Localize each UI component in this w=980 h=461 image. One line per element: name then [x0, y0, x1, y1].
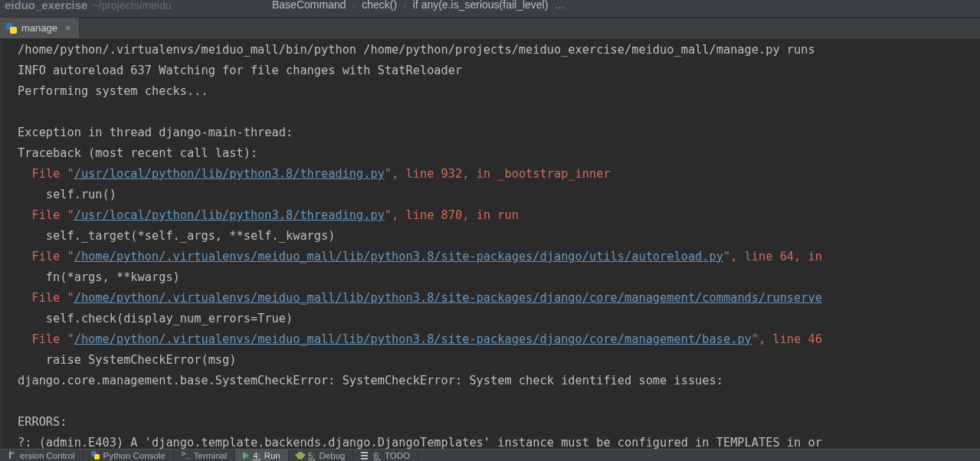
- terminal-icon: [182, 451, 190, 459]
- tool-prefix: 4:: [253, 451, 261, 460]
- run-tab-bar: manage ×: [0, 18, 980, 38]
- traceback-link[interactable]: /usr/local/python/lib/python3.8/threadin…: [74, 208, 385, 222]
- traceback-link[interactable]: /home/python/.virtualenvs/meiduo_mall/li…: [74, 250, 723, 263]
- console-line: Performing system checks...: [18, 81, 980, 102]
- traceback-link[interactable]: /usr/local/python/lib/python3.8/threadin…: [74, 167, 385, 181]
- console-line: File "/usr/local/python/lib/python3.8/th…: [18, 164, 980, 185]
- crumb-class[interactable]: BaseCommand: [272, 0, 346, 11]
- console-line: ?: (admin.E403) A 'django.template.backe…: [18, 433, 980, 449]
- python-icon: [91, 451, 100, 459]
- crumb-statement[interactable]: if any(e.is_serious(fail_level): [413, 0, 549, 11]
- console-line: File "/usr/local/python/lib/python3.8/th…: [18, 205, 980, 226]
- tool-window-bar: ersion Control Python Console Terminal 4…: [0, 449, 980, 461]
- console-line: self._target(*self._args, **self._kwargs…: [18, 226, 980, 247]
- tool-version-control[interactable]: ersion Control: [0, 450, 84, 461]
- tool-label: Debug: [320, 451, 346, 460]
- traceback-link[interactable]: /home/python/.virtualenvs/meiduo_mall/li…: [74, 291, 822, 305]
- list-icon: [361, 451, 369, 459]
- console-output[interactable]: /home/python/.virtualenvs/meiduo_mall/bi…: [18, 38, 980, 449]
- tool-label: Python Console: [103, 451, 166, 460]
- tool-label: ersion Control: [20, 451, 75, 460]
- tool-label: Run: [264, 451, 280, 460]
- chevron-right-icon: ›: [403, 0, 407, 11]
- console-line: django.core.management.base.SystemCheckE…: [18, 371, 980, 391]
- console-line: File "/home/python/.virtualenvs/meiduo_m…: [18, 247, 980, 267]
- traceback-link[interactable]: /home/python/.virtualenvs/meiduo_mall/li…: [74, 332, 752, 346]
- tool-label: TODO: [385, 451, 410, 460]
- tool-debug[interactable]: 5: Debug: [289, 450, 353, 461]
- play-icon: [243, 452, 249, 459]
- project-tab[interactable]: eiduo_exercise ~/projects/meidu: [0, 0, 176, 13]
- tool-run[interactable]: 4: Run: [235, 450, 289, 461]
- bug-icon: [297, 452, 304, 459]
- tool-python-console[interactable]: Python Console: [84, 450, 174, 461]
- console-line: [18, 102, 980, 123]
- crumb-method[interactable]: check(): [362, 0, 397, 11]
- console-line: fn(*args, **kwargs): [18, 267, 980, 288]
- console-line: Exception in thread django-main-thread:: [18, 123, 980, 143]
- tool-terminal[interactable]: Terminal: [174, 450, 235, 461]
- tool-label: Terminal: [194, 451, 227, 460]
- tool-prefix: 6:: [373, 451, 381, 460]
- run-config-tab[interactable]: manage ×: [0, 18, 80, 38]
- project-path: ~/projects/meidu: [92, 0, 171, 11]
- project-name: eiduo_exercise: [5, 0, 87, 11]
- console-line: /home/python/.virtualenvs/meiduo_mall/bi…: [18, 40, 980, 60]
- console-line: ERRORS:: [18, 412, 980, 433]
- console-line: Traceback (most recent call last):: [18, 143, 980, 164]
- console-line: File "/home/python/.virtualenvs/meiduo_m…: [18, 329, 980, 350]
- python-icon: [6, 23, 17, 34]
- console-line: raise SystemCheckError(msg): [18, 350, 980, 371]
- breadcrumb[interactable]: BaseCommand › check() › if any(e.is_seri…: [272, 0, 565, 11]
- console-line: [18, 391, 980, 412]
- console-line: self.check(display_num_errors=True): [18, 309, 980, 329]
- tool-prefix: 5:: [308, 451, 316, 460]
- console-line: self.run(): [18, 185, 980, 205]
- console-line: INFO autoreload 637 Watching for file ch…: [18, 60, 980, 81]
- tool-todo[interactable]: 6: TODO: [353, 450, 418, 461]
- run-config-label: manage: [21, 22, 57, 34]
- run-gutter: [0, 38, 2, 449]
- branch-icon: [8, 451, 16, 459]
- console-line: File "/home/python/.virtualenvs/meiduo_m…: [18, 288, 980, 309]
- close-icon[interactable]: ×: [65, 22, 71, 34]
- ellipsis: …: [554, 0, 565, 11]
- chevron-right-icon: ›: [352, 0, 356, 11]
